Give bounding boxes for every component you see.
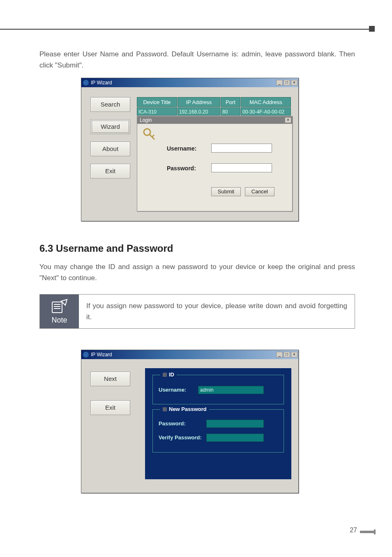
verify-password-label: Verify Password: — [159, 434, 202, 441]
id-legend: ID — [160, 371, 177, 378]
titlebar: IP Wizard _ □ × — [81, 78, 298, 87]
note-label: Note — [51, 316, 67, 325]
password-label: Password: — [167, 165, 196, 172]
next-button[interactable]: Next — [90, 371, 130, 386]
cell-ip[interactable]: 192.168.0.20 — [178, 107, 220, 116]
login-close-button[interactable]: × — [285, 117, 291, 123]
login-title: Login — [140, 117, 152, 123]
username-input[interactable]: admin — [198, 386, 264, 394]
password-input[interactable] — [206, 420, 264, 428]
legend-icon — [163, 373, 167, 377]
password-label: Password: — [159, 420, 186, 427]
note-badge: Note — [40, 295, 79, 328]
maximize-button[interactable]: □ — [284, 80, 290, 86]
wizard-button[interactable]: Wizard — [90, 119, 130, 134]
note-icon — [51, 299, 69, 314]
exit-button[interactable]: Exit — [90, 400, 130, 415]
new-password-legend: New Password — [160, 406, 209, 412]
login-dialog: Login × Username: Password: Submit Cance… — [137, 116, 293, 211]
close-button[interactable]: × — [291, 80, 297, 86]
window-title: IP Wizard — [91, 352, 112, 357]
id-fieldset: ID Username: admin — [152, 375, 284, 404]
col-ip-address: IP Address — [178, 97, 220, 107]
key-icon — [142, 127, 156, 141]
section-heading: 6.3 Username and Password — [39, 243, 173, 254]
maximize-button[interactable]: □ — [284, 352, 290, 357]
password-input[interactable] — [211, 163, 272, 172]
id-legend-text: ID — [169, 371, 174, 378]
new-password-legend-text: New Password — [169, 406, 207, 412]
close-button[interactable]: × — [291, 352, 297, 357]
ipwizard-password-window: IP Wizard _ □ × Next Exit ID Username: a… — [81, 350, 299, 493]
minimize-button[interactable]: _ — [276, 352, 283, 357]
username-label: Username: — [167, 145, 196, 152]
header-marker — [369, 26, 375, 32]
header-rule — [0, 29, 371, 30]
app-icon — [83, 352, 89, 357]
username-label: Username: — [159, 387, 186, 393]
cancel-button[interactable]: Cancel — [245, 187, 274, 196]
col-port: Port — [221, 97, 240, 107]
col-mac-address: MAC Address — [241, 97, 291, 107]
username-input[interactable] — [211, 144, 272, 153]
exit-button[interactable]: Exit — [90, 164, 130, 179]
svg-rect-3 — [52, 302, 62, 313]
paragraph-change-id: You may change the ID and assign a new p… — [39, 261, 355, 283]
note-callout: Note If you assign new password to your … — [39, 294, 355, 329]
svg-line-2 — [152, 135, 154, 137]
submit-button[interactable]: Submit — [211, 187, 241, 196]
cell-port[interactable]: 80 — [221, 107, 240, 116]
col-device-title: Device Title — [137, 97, 177, 107]
verify-password-input[interactable] — [206, 434, 264, 442]
ipwizard-login-window: IP Wizard _ □ × Search Wizard About Exit… — [81, 78, 299, 221]
titlebar: IP Wizard _ □ × — [81, 350, 298, 359]
search-button[interactable]: Search — [90, 97, 130, 112]
new-password-fieldset: New Password Password: Verify Password: — [152, 409, 284, 453]
footer-marker — [360, 531, 375, 533]
paragraph-intro: Please enter User Name and Password. Def… — [39, 49, 355, 71]
note-text: If you assign new password to your devic… — [79, 295, 355, 328]
window-title: IP Wizard — [91, 80, 112, 86]
settings-panel: ID Username: admin New Password Password… — [145, 368, 291, 479]
legend-icon — [163, 407, 167, 411]
cell-device[interactable]: ICA-310 — [137, 107, 177, 116]
page-number: 27 — [350, 527, 357, 534]
app-icon — [83, 80, 89, 86]
about-button[interactable]: About — [90, 142, 130, 156]
login-titlebar: Login × — [137, 116, 292, 124]
minimize-button[interactable]: _ — [276, 80, 283, 86]
cell-mac[interactable]: 00-30-4F-A0-00-02 — [241, 107, 291, 116]
